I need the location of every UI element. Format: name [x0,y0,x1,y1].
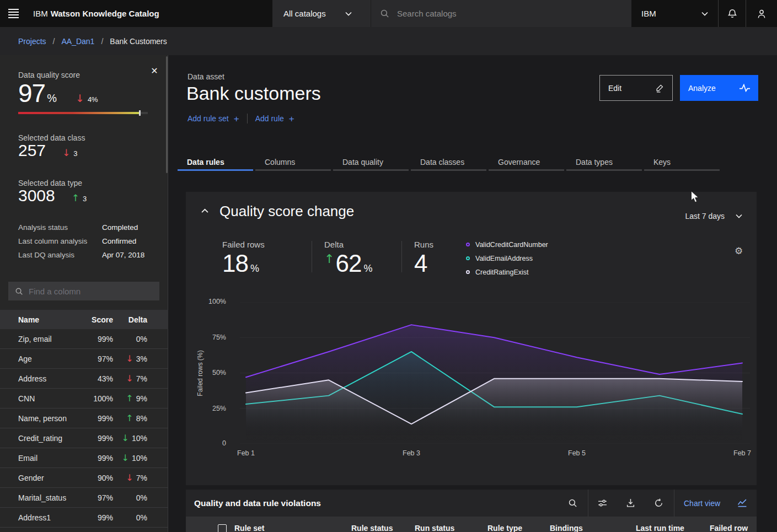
chart-stats: Failed rows 18 % Delta ↑ 62 % [222,240,433,276]
breadcrumb-item[interactable]: AA_Dan1 [61,37,94,46]
column-row[interactable]: Address43%↓7% [0,369,168,389]
quality-line-chart [240,302,750,444]
catalog-selector[interactable]: All catalogs [272,0,371,27]
column-name: Address [18,374,70,383]
column-score: 99% [70,513,113,522]
global-search[interactable] [371,0,631,27]
column-score: 43% [70,374,113,383]
app-window: IBM Watson Knowledge Catalog All catalog… [0,0,777,532]
column-row[interactable]: Age97%↓3% [0,349,168,369]
notifications-button[interactable] [718,0,746,27]
find-column-search[interactable] [8,282,159,300]
close-icon[interactable]: ✕ [149,65,160,76]
tab-data-types[interactable]: Data types [566,154,642,171]
column-row[interactable]: Email99%↓10% [0,448,168,468]
down-arrow-icon: ↓ [122,434,129,443]
column-delta: ↑8% [113,414,147,423]
column-score: 99% [70,434,113,443]
violations-panel-title: Quality and data rule violations [194,490,321,517]
legend-item[interactable]: ValidCreditCardNumber [466,238,548,251]
violations-table-header: Rule setRule statusRun statusRule typeBi… [186,517,757,532]
x-tick-label: Feb 3 [389,449,433,457]
down-arrow-icon: ↓ [126,354,133,363]
column-delta: ↓7% [113,374,147,383]
column-row[interactable]: CNN100%↑9% [0,389,168,409]
tab-data-rules[interactable]: Data rules [178,154,253,171]
line-chart-icon[interactable] [737,498,747,508]
time-range-selector[interactable]: Last 7 days [685,212,742,221]
data-class-delta: ↓ 3 [62,147,77,158]
breadcrumb-separator: / [101,37,103,46]
breadcrumb: Projects/AA_Dan1/Bank Customers [0,27,777,55]
asset-tabs: Data rulesColumnsData qualityData classe… [178,154,722,171]
column-row[interactable]: Address199%0% [0,508,168,528]
y-tick-label: 25% [204,405,226,412]
column-row[interactable]: Gender90%↓7% [0,468,168,488]
tab-keys[interactable]: Keys [644,154,720,171]
violations-column-header: Last run time [636,524,684,532]
legend-item[interactable]: ValidEmailAddress [466,251,548,265]
search-icon [380,9,389,18]
tab-governance[interactable]: Governance [489,154,564,171]
column-score: 99% [70,414,113,423]
column-delta: 0% [113,493,147,502]
column-score: 90% [70,474,113,482]
menu-icon[interactable] [0,0,27,27]
top-header-bar: IBM Watson Knowledge Catalog All catalog… [0,0,777,27]
column-name: Address1 [18,513,70,522]
analyze-button[interactable]: Analyze [680,75,758,101]
tab-data-classes[interactable]: Data classes [411,154,486,171]
runs-stat: Runs 4 [414,240,433,276]
breadcrumb-item[interactable]: Projects [18,37,46,46]
column-name: Credit_rating [18,434,70,443]
breadcrumb-separator: / [53,37,55,46]
sidebar-scrollbar[interactable] [166,56,168,173]
down-arrow-icon: ↓ [76,92,84,104]
column-delta: ↑9% [113,394,147,403]
column-header: Delta [113,315,147,324]
search-icon[interactable] [568,498,577,508]
column-delta: 0% [113,513,147,522]
legend-item[interactable]: CreditRatingExist [466,265,548,279]
brand-prefix: IBM [33,9,48,18]
quality-score-delta: ↓ 4% [76,92,98,104]
tab-columns[interactable]: Columns [255,154,331,171]
up-arrow-icon: ↑ [72,192,79,203]
divider [401,241,402,272]
column-name: Email [18,454,70,463]
column-delta: ↓3% [113,354,147,363]
violations-column-header: Run status [415,524,454,532]
data-quality-sidebar: ✕ Data quality score 97 % ↓ 4% Selected … [0,55,168,532]
plus-icon: + [289,114,294,123]
add-rule-link[interactable]: Add rule + [255,114,294,123]
search-icon [15,287,23,295]
profile-button[interactable] [746,0,777,27]
column-row[interactable]: Credit_rating99%↓10% [0,428,168,448]
filter-adjust-icon[interactable] [598,498,607,508]
select-all-checkbox[interactable] [218,524,227,532]
column-row[interactable]: Zip, email99%0% [0,329,168,349]
find-column-input[interactable] [29,287,150,296]
collapse-chevron-up-icon[interactable] [201,208,208,213]
activity-pulse-icon [740,84,750,92]
account-selector[interactable]: IBM [631,0,718,27]
tab-data-quality[interactable]: Data quality [333,154,409,171]
search-input[interactable] [397,9,607,18]
violations-column-header: Rule type [487,524,522,532]
column-delta: ↓7% [113,474,147,482]
reset-icon[interactable] [654,498,663,508]
data-type-value: 3008 ↑ 3 [18,186,87,205]
column-row[interactable]: Name, person99%↑8% [0,409,168,428]
column-row[interactable]: Marital_status97%0% [0,488,168,508]
edit-button[interactable]: Edit [599,75,673,101]
column-delta: 0% [113,335,147,343]
chart-view-toggle[interactable]: Chart view [684,490,720,517]
download-icon[interactable] [626,498,635,508]
up-arrow-icon: ↑ [324,252,334,266]
gear-icon[interactable]: ⚙ [735,246,743,256]
violations-column-header: Rule set [234,524,264,532]
quality-score-value: 97 % ↓ 4% [18,78,98,108]
column-score: 100% [70,394,113,403]
bell-icon [727,9,737,19]
add-rule-set-link[interactable]: Add rule set + [187,114,239,123]
